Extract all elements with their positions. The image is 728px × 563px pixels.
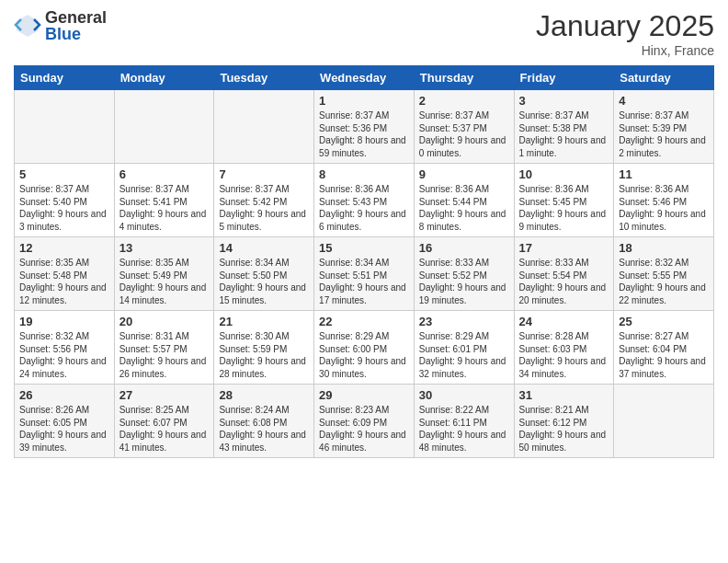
day-info: Sunrise: 8:37 AM Sunset: 5:39 PM Dayligh… [619, 109, 709, 159]
day-info: Sunrise: 8:35 AM Sunset: 5:49 PM Dayligh… [119, 257, 210, 306]
day-info: Sunrise: 8:32 AM Sunset: 5:55 PM Dayligh… [619, 257, 709, 306]
day-number: 14 [219, 241, 309, 255]
day-info: Sunrise: 8:33 AM Sunset: 5:54 PM Dayligh… [519, 257, 609, 306]
day-info: Sunrise: 8:37 AM Sunset: 5:37 PM Dayligh… [419, 109, 509, 159]
table-row: 8Sunrise: 8:36 AM Sunset: 5:43 PM Daylig… [314, 164, 415, 237]
table-row: 13Sunrise: 8:35 AM Sunset: 5:49 PM Dayli… [114, 237, 214, 311]
location: Hinx, France [536, 43, 714, 58]
day-number: 26 [19, 388, 109, 402]
day-info: Sunrise: 8:28 AM Sunset: 6:03 PM Dayligh… [519, 330, 609, 380]
col-wednesday: Wednesday [314, 66, 415, 90]
table-row: 14Sunrise: 8:34 AM Sunset: 5:50 PM Dayli… [214, 237, 314, 311]
table-row: 28Sunrise: 8:24 AM Sunset: 6:08 PM Dayli… [214, 385, 314, 458]
logo-text: General Blue [45, 9, 107, 42]
table-row: 10Sunrise: 8:36 AM Sunset: 5:45 PM Dayli… [514, 164, 614, 237]
day-number: 16 [419, 241, 509, 255]
calendar-week-2: 5Sunrise: 8:37 AM Sunset: 5:40 PM Daylig… [15, 164, 714, 237]
day-info: Sunrise: 8:29 AM Sunset: 6:00 PM Dayligh… [319, 330, 409, 380]
day-number: 1 [319, 94, 409, 108]
day-number: 17 [519, 241, 609, 255]
page-container: General Blue January 2025 Hinx, France S… [0, 0, 728, 467]
day-number: 25 [619, 315, 709, 328]
day-number: 5 [19, 167, 109, 181]
title-area: January 2025 Hinx, France [536, 9, 714, 58]
day-info: Sunrise: 8:37 AM Sunset: 5:42 PM Dayligh… [219, 183, 309, 233]
day-number: 21 [219, 315, 309, 328]
day-info: Sunrise: 8:25 AM Sunset: 6:07 PM Dayligh… [119, 404, 210, 454]
day-info: Sunrise: 8:22 AM Sunset: 6:11 PM Dayligh… [419, 404, 509, 454]
day-number: 2 [419, 94, 509, 108]
day-info: Sunrise: 8:27 AM Sunset: 6:04 PM Dayligh… [619, 330, 709, 380]
col-tuesday: Tuesday [214, 66, 314, 90]
table-row: 30Sunrise: 8:22 AM Sunset: 6:11 PM Dayli… [414, 385, 514, 458]
day-number: 8 [319, 167, 409, 181]
table-row: 23Sunrise: 8:29 AM Sunset: 6:01 PM Dayli… [414, 311, 514, 385]
col-sunday: Sunday [15, 66, 115, 90]
day-info: Sunrise: 8:37 AM Sunset: 5:36 PM Dayligh… [319, 109, 409, 159]
col-friday: Friday [514, 66, 614, 90]
day-info: Sunrise: 8:29 AM Sunset: 6:01 PM Dayligh… [419, 330, 509, 380]
table-row: 1Sunrise: 8:37 AM Sunset: 5:36 PM Daylig… [314, 90, 415, 164]
day-number: 6 [119, 167, 210, 181]
day-number: 24 [519, 315, 609, 328]
day-info: Sunrise: 8:36 AM Sunset: 5:46 PM Dayligh… [619, 183, 709, 233]
calendar-table: Sunday Monday Tuesday Wednesday Thursday… [14, 65, 714, 458]
table-row: 2Sunrise: 8:37 AM Sunset: 5:37 PM Daylig… [414, 90, 514, 164]
day-info: Sunrise: 8:21 AM Sunset: 6:12 PM Dayligh… [519, 404, 609, 454]
day-info: Sunrise: 8:34 AM Sunset: 5:50 PM Dayligh… [219, 257, 309, 306]
calendar-week-1: 1Sunrise: 8:37 AM Sunset: 5:36 PM Daylig… [15, 90, 714, 164]
day-number: 23 [419, 315, 509, 328]
day-info: Sunrise: 8:34 AM Sunset: 5:51 PM Dayligh… [319, 257, 409, 306]
day-info: Sunrise: 8:37 AM Sunset: 5:38 PM Dayligh… [519, 109, 609, 159]
calendar-week-3: 12Sunrise: 8:35 AM Sunset: 5:48 PM Dayli… [15, 237, 714, 311]
table-row: 21Sunrise: 8:30 AM Sunset: 5:59 PM Dayli… [214, 311, 314, 385]
table-row: 24Sunrise: 8:28 AM Sunset: 6:03 PM Dayli… [514, 311, 614, 385]
col-saturday: Saturday [614, 66, 714, 90]
table-row: 29Sunrise: 8:23 AM Sunset: 6:09 PM Dayli… [314, 385, 415, 458]
month-title: January 2025 [536, 9, 714, 43]
day-info: Sunrise: 8:35 AM Sunset: 5:48 PM Dayligh… [19, 257, 109, 306]
day-number: 20 [119, 315, 210, 328]
table-row: 7Sunrise: 8:37 AM Sunset: 5:42 PM Daylig… [214, 164, 314, 237]
day-info: Sunrise: 8:23 AM Sunset: 6:09 PM Dayligh… [319, 404, 409, 454]
page-header: General Blue January 2025 Hinx, France [14, 9, 714, 58]
day-info: Sunrise: 8:36 AM Sunset: 5:43 PM Dayligh… [319, 183, 409, 233]
day-number: 7 [219, 167, 309, 181]
day-number: 31 [519, 388, 609, 402]
day-number: 12 [19, 241, 109, 255]
logo-general-text: General [45, 9, 107, 26]
col-monday: Monday [114, 66, 214, 90]
table-row: 16Sunrise: 8:33 AM Sunset: 5:52 PM Dayli… [414, 237, 514, 311]
calendar-header-row: Sunday Monday Tuesday Wednesday Thursday… [15, 66, 714, 90]
table-row: 6Sunrise: 8:37 AM Sunset: 5:41 PM Daylig… [114, 164, 214, 237]
table-row: 18Sunrise: 8:32 AM Sunset: 5:55 PM Dayli… [614, 237, 714, 311]
table-row: 20Sunrise: 8:31 AM Sunset: 5:57 PM Dayli… [114, 311, 214, 385]
day-number: 18 [619, 241, 709, 255]
logo: General Blue [14, 9, 107, 42]
day-number: 19 [19, 315, 109, 328]
day-number: 11 [619, 167, 709, 181]
day-number: 27 [119, 388, 210, 402]
col-thursday: Thursday [414, 66, 514, 90]
table-row: 26Sunrise: 8:26 AM Sunset: 6:05 PM Dayli… [15, 385, 115, 458]
day-number: 29 [319, 388, 409, 402]
table-row [214, 90, 314, 164]
table-row: 15Sunrise: 8:34 AM Sunset: 5:51 PM Dayli… [314, 237, 415, 311]
logo-icon [14, 12, 41, 40]
day-info: Sunrise: 8:37 AM Sunset: 5:41 PM Dayligh… [119, 183, 210, 233]
table-row: 17Sunrise: 8:33 AM Sunset: 5:54 PM Dayli… [514, 237, 614, 311]
calendar-week-5: 26Sunrise: 8:26 AM Sunset: 6:05 PM Dayli… [15, 385, 714, 458]
calendar-week-4: 19Sunrise: 8:32 AM Sunset: 5:56 PM Dayli… [15, 311, 714, 385]
day-info: Sunrise: 8:33 AM Sunset: 5:52 PM Dayligh… [419, 257, 509, 306]
table-row: 22Sunrise: 8:29 AM Sunset: 6:00 PM Dayli… [314, 311, 415, 385]
table-row: 27Sunrise: 8:25 AM Sunset: 6:07 PM Dayli… [114, 385, 214, 458]
table-row [614, 385, 714, 458]
day-info: Sunrise: 8:32 AM Sunset: 5:56 PM Dayligh… [19, 330, 109, 380]
day-info: Sunrise: 8:36 AM Sunset: 5:44 PM Dayligh… [419, 183, 509, 233]
day-number: 15 [319, 241, 409, 255]
day-info: Sunrise: 8:24 AM Sunset: 6:08 PM Dayligh… [219, 404, 309, 454]
day-info: Sunrise: 8:26 AM Sunset: 6:05 PM Dayligh… [19, 404, 109, 454]
day-number: 28 [219, 388, 309, 402]
table-row: 9Sunrise: 8:36 AM Sunset: 5:44 PM Daylig… [414, 164, 514, 237]
day-number: 22 [319, 315, 409, 328]
